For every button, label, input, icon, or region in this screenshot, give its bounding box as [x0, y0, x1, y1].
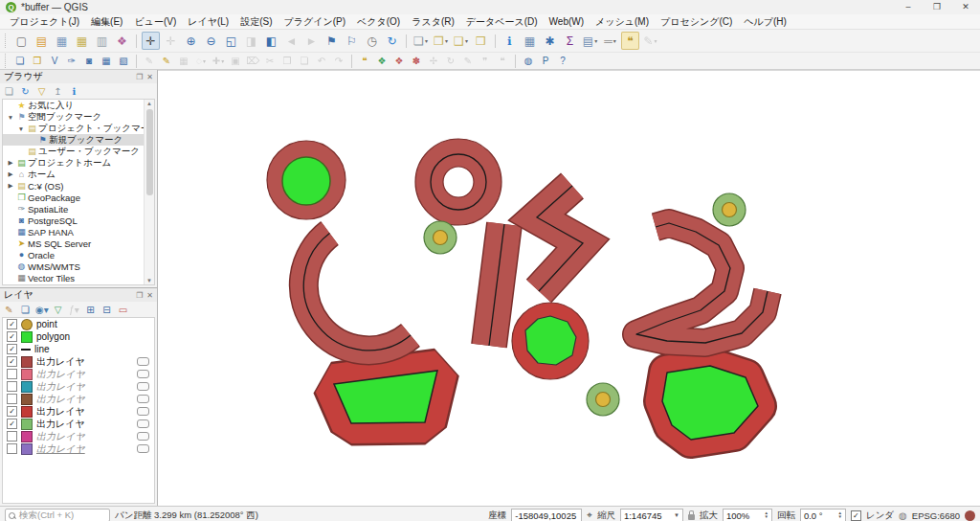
layer-row[interactable]: ✓出力レイヤ	[3, 355, 154, 368]
memory-layer-indicator-icon[interactable]	[137, 419, 149, 428]
new-bookmark-icon[interactable]: ⚑	[323, 32, 341, 50]
statistical-summary-icon[interactable]: Σ	[561, 32, 579, 50]
new-3d-map-view-icon[interactable]: ❐▾	[432, 32, 450, 50]
layers-float-icon[interactable]: ❐	[136, 291, 143, 300]
memory-layer-indicator-icon[interactable]	[137, 432, 149, 441]
layer-visibility-checkbox[interactable]: ✓	[7, 331, 17, 342]
menu-item-8[interactable]: データベース(D)	[460, 15, 544, 29]
memory-layer-indicator-icon[interactable]	[137, 444, 149, 453]
field-calculator-icon[interactable]: ✱	[541, 32, 559, 50]
memory-layer-indicator-icon[interactable]	[137, 357, 149, 366]
open-layer-styling-icon[interactable]: ✎	[3, 305, 15, 315]
map-tips-icon[interactable]: ❝	[621, 32, 639, 50]
menu-item-3[interactable]: レイヤ(L)	[182, 15, 234, 29]
spinner-arrows-icon[interactable]: ▲▼	[837, 511, 841, 520]
layer-row[interactable]: ✓polygon	[3, 330, 154, 343]
memory-layer-indicator-icon[interactable]	[137, 407, 149, 416]
browser-item[interactable]: ❒GeoPackage	[3, 192, 154, 203]
menu-item-11[interactable]: プロセシング(C)	[655, 15, 738, 29]
browser-item[interactable]: ▦XYZ Tiles	[3, 283, 154, 285]
browser-add-layers-icon[interactable]: ❏	[3, 86, 15, 97]
add-spatialite-layer-icon[interactable]: ✑	[64, 54, 79, 68]
layer-row[interactable]: 出力レイヤ	[3, 380, 154, 393]
select-features-icon[interactable]: ▤▾	[581, 32, 599, 50]
coordinate-input[interactable]: -158049,10025	[511, 509, 582, 521]
expand-arrow-icon[interactable]: ▶	[6, 182, 15, 190]
extent-toggle-icon[interactable]: ⌖	[587, 510, 592, 521]
browser-item[interactable]: ▶▤プロジェクトホーム	[3, 157, 154, 169]
crs-status[interactable]: EPSG:6680	[912, 510, 960, 521]
layer-row[interactable]: ✓point	[3, 318, 154, 330]
toggle-editing-icon[interactable]: ✎	[159, 54, 174, 68]
menu-item-5[interactable]: プラグイン(P)	[278, 15, 352, 29]
layer-row[interactable]: ✓出力レイヤ	[3, 405, 154, 418]
close-button[interactable]: ✕	[951, 0, 980, 14]
memory-layer-indicator-icon[interactable]	[137, 395, 149, 403]
collapse-all-icon[interactable]: ⊟	[100, 305, 113, 315]
maximize-button[interactable]: ❐	[923, 0, 951, 14]
add-vector-layer-icon[interactable]: V	[47, 54, 62, 68]
magnifier-spinbox[interactable]: 100% ▲▼	[723, 509, 772, 521]
layer-diagram-icon[interactable]: ❖	[374, 54, 390, 68]
memory-layer-indicator-icon[interactable]	[137, 370, 149, 378]
browser-item[interactable]: ⚑新規ブックマーク	[3, 134, 154, 146]
layers-close-icon[interactable]: ✕	[146, 291, 153, 300]
remove-layer-icon[interactable]: ▭	[117, 305, 129, 315]
render-checkbox[interactable]: ✓	[851, 510, 861, 521]
expand-all-icon[interactable]: ⊞	[84, 305, 97, 315]
browser-item[interactable]: ●Oracle	[3, 249, 154, 260]
metasearch-icon[interactable]: ◍	[521, 54, 536, 68]
lock-scale-icon[interactable]	[688, 514, 695, 520]
rotation-spinbox[interactable]: 0.0 ° ▲▼	[800, 509, 846, 521]
zoom-out-icon[interactable]: ⊖	[202, 32, 220, 50]
scale-combobox[interactable]: 1:146745 ▼	[620, 509, 683, 521]
add-mesh-layer-icon[interactable]: ▧	[116, 54, 131, 68]
pin-labels-icon[interactable]: ❖	[391, 54, 407, 68]
crs-globe-icon[interactable]: ◍	[899, 510, 907, 521]
menu-item-7[interactable]: ラスタ(R)	[406, 15, 460, 29]
menu-item-0[interactable]: プロジェクト(J)	[4, 15, 85, 29]
show-bookmarks-icon[interactable]: ⚐	[343, 32, 361, 50]
menu-item-2[interactable]: ビュー(V)	[128, 15, 182, 29]
scroll-up-icon[interactable]: ▲	[145, 101, 154, 106]
highlight-labels-icon[interactable]: ✽	[409, 54, 424, 68]
browser-collapse-all-icon[interactable]: ↥	[52, 86, 64, 97]
measure-icon[interactable]: ═▾	[601, 32, 619, 50]
layer-visibility-checkbox[interactable]	[7, 443, 17, 454]
map-decorations-icon[interactable]: ❑▾	[452, 32, 470, 50]
add-postgis-layer-icon[interactable]: ◙	[81, 54, 97, 68]
pan-map-icon[interactable]: ✛	[142, 32, 160, 50]
browser-item[interactable]: ▤ユーザー・ブックマーク	[3, 146, 154, 157]
open-project-icon[interactable]: ▤	[33, 32, 51, 50]
expand-arrow-icon[interactable]: ▼	[6, 114, 15, 121]
scrollbar-thumb[interactable]	[146, 109, 153, 195]
layer-visibility-checkbox[interactable]: ✓	[7, 344, 17, 354]
layer-visibility-checkbox[interactable]: ✓	[7, 356, 17, 367]
layer-row[interactable]: ✓line	[3, 343, 154, 355]
expand-arrow-icon[interactable]: ▶	[6, 170, 15, 178]
browser-item[interactable]: ▶▤C:¥ (OS)	[3, 180, 154, 192]
browser-close-icon[interactable]: ✕	[146, 73, 153, 81]
filter-legend-icon[interactable]: ▽	[52, 305, 64, 315]
browser-item[interactable]: ▦SAP HANA	[3, 226, 154, 238]
python-console-icon[interactable]: P	[538, 54, 553, 68]
save-project-icon[interactable]: ▦	[53, 32, 71, 50]
map-canvas-svg[interactable]	[158, 71, 980, 507]
layer-visibility-checkbox[interactable]: ✓	[7, 406, 17, 417]
layer-labeling-icon[interactable]: ❝	[357, 54, 372, 68]
browser-item[interactable]: ▼⚑空間ブックマーク	[3, 111, 154, 123]
layer-visibility-checkbox[interactable]: ✓	[7, 319, 17, 329]
scroll-down-icon[interactable]: ▼	[145, 278, 154, 283]
browser-item[interactable]: ◙PostgreSQL	[3, 215, 154, 226]
layer-row[interactable]: 出力レイヤ	[3, 430, 154, 442]
layer-row[interactable]: 出力レイヤ	[3, 368, 154, 380]
zoom-in-icon[interactable]: ⊕	[182, 32, 200, 50]
browser-item[interactable]: ➤MS SQL Server	[3, 238, 154, 249]
save-project-as-icon[interactable]: ▦	[73, 32, 91, 50]
manage-map-themes-icon[interactable]: ◉▾	[35, 305, 48, 315]
data-source-manager-icon[interactable]: ❏	[12, 54, 28, 68]
browser-item[interactable]: ◍WMS/WMTS	[3, 260, 154, 272]
new-geopackage-icon[interactable]: ❒	[30, 54, 45, 68]
new-print-layout-icon[interactable]: ▥	[93, 32, 111, 50]
layer-row[interactable]: ✓出力レイヤ	[3, 418, 154, 430]
